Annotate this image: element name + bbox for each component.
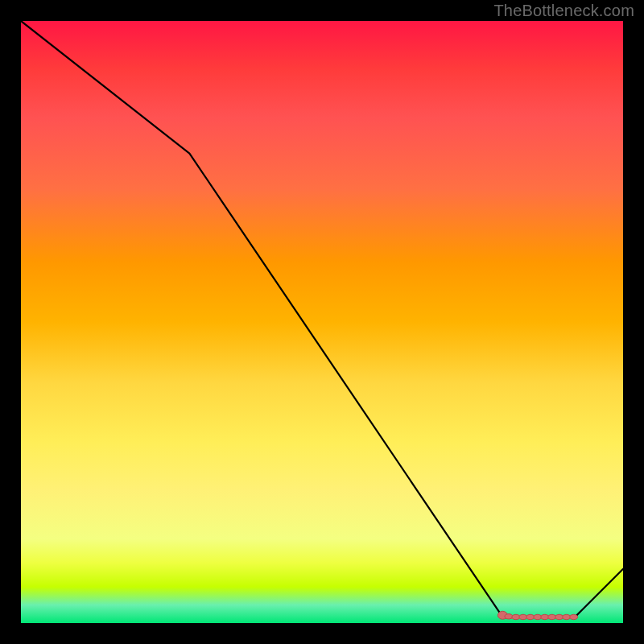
watermark-text: TheBottleneck.com	[493, 2, 634, 20]
chart-frame: TheBottleneck.com	[0, 0, 644, 644]
main-curve-line	[21, 21, 623, 617]
chart-overlay-svg	[21, 21, 623, 623]
highlight-markers	[497, 611, 577, 619]
highlight-marker	[505, 614, 513, 619]
highlight-marker	[570, 614, 578, 619]
